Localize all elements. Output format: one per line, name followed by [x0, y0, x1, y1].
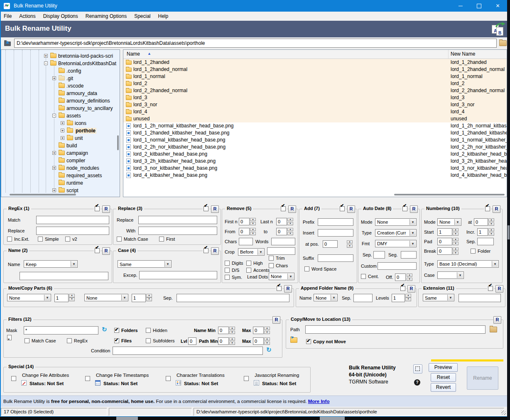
- compact-mode-button[interactable]: [413, 364, 422, 374]
- panel-replace-enabled-checkbox[interactable]: [203, 206, 209, 212]
- tree-node[interactable]: .vscode: [1, 82, 120, 90]
- table-row[interactable]: lord_1_2handedlord_1_2handed: [123, 59, 507, 66]
- remove-ds-checkbox[interactable]: D/S: [225, 268, 239, 273]
- remove-digits-checkbox[interactable]: Digits: [225, 261, 243, 266]
- move-copy-n1-spinner[interactable]: [69, 294, 75, 301]
- sort-ascending-icon[interactable]: ▲: [147, 51, 151, 56]
- table-row[interactable]: lord_1_normal_kitbasher_head_base.pnglor…: [123, 137, 507, 144]
- remove-high-checkbox[interactable]: High: [246, 261, 263, 266]
- menu-item-file[interactable]: File: [0, 13, 15, 19]
- rename-button[interactable]: Rename: [467, 366, 498, 390]
- tree-node[interactable]: +porthole: [1, 127, 120, 134]
- path-input[interactable]: [14, 39, 497, 48]
- panel-add-reset-button[interactable]: R: [347, 205, 355, 213]
- move-copy-part1-dropdown[interactable]: None: [7, 294, 51, 301]
- tree-expand-icon[interactable]: +: [52, 76, 56, 80]
- edge-scrollbar-thumb[interactable]: [508, 225, 510, 239]
- auto-date-cent-checkbox[interactable]: Cent.: [361, 274, 379, 279]
- panel-auto-date-reset-button[interactable]: R: [410, 205, 418, 213]
- regex-incext-checkbox[interactable]: Inc.Ext.: [7, 237, 29, 242]
- panel-remove-reset-button[interactable]: R: [288, 205, 296, 213]
- change-file-attributes-checkbox[interactable]: [11, 376, 16, 381]
- tree-vertical-scrollbar[interactable]: [117, 135, 119, 150]
- filters-subfolders-checkbox[interactable]: Subfolders: [146, 338, 175, 343]
- regex-v2-checkbox[interactable]: v2: [65, 237, 77, 242]
- remove-to-spinner[interactable]: [287, 228, 293, 235]
- table-row[interactable]: lord_4_kitbasher_head_base.pnglord_4_kit…: [123, 172, 507, 179]
- table-row[interactable]: lord_1_2handed_kitbasher_head_base.pnglo…: [123, 129, 507, 137]
- auto-date-sep-input[interactable]: [373, 251, 385, 259]
- resize-grip[interactable]: [501, 410, 506, 415]
- add-word-space-checkbox[interactable]: Word Space: [304, 266, 336, 271]
- add-at-pos-input[interactable]: [323, 240, 338, 248]
- table-row[interactable]: lord_3lord_3: [123, 94, 507, 101]
- panel-name-enabled-checkbox[interactable]: [94, 248, 101, 254]
- numbering-break-spinner[interactable]: [453, 247, 459, 255]
- panel-case-reset-button[interactable]: R: [211, 247, 219, 255]
- add-prefix-input[interactable]: [318, 218, 353, 226]
- revert-button[interactable]: Revert: [431, 383, 456, 392]
- tree-collapse-icon[interactable]: -: [44, 61, 48, 65]
- reset-button[interactable]: Reset: [431, 373, 456, 382]
- menu-item-display-options[interactable]: Display Options: [39, 13, 82, 19]
- filters-name-max-input[interactable]: [253, 327, 264, 334]
- numbering-pad-spinner[interactable]: [453, 238, 459, 245]
- panel-move-copy-parts-enabled-checkbox[interactable]: [276, 286, 282, 291]
- panel-auto-date-enabled-checkbox[interactable]: [402, 206, 408, 212]
- panel-case-enabled-checkbox[interactable]: [203, 248, 209, 254]
- replace-match-case-checkbox[interactable]: Match Case: [117, 237, 148, 242]
- tree-collapse-icon[interactable]: -: [52, 114, 56, 117]
- tree-node[interactable]: +script: [1, 187, 120, 194]
- tree-horizontal-scrollbar[interactable]: [10, 194, 76, 195]
- change-file-timestamps-checkbox[interactable]: [85, 376, 90, 381]
- add-at-pos-spinner[interactable]: [347, 240, 353, 248]
- tree-node[interactable]: +unit: [1, 134, 120, 142]
- panel-name-reset-button[interactable]: R: [102, 247, 110, 255]
- remove-lead-dots-dropdown[interactable]: None: [269, 273, 294, 280]
- tree-expand-icon[interactable]: +: [52, 166, 56, 170]
- tree-node[interactable]: +.git: [1, 75, 120, 82]
- numbering-at-input[interactable]: [474, 218, 488, 226]
- tree-expand-icon[interactable]: +: [52, 151, 56, 155]
- tree-node[interactable]: armoury_definitions: [1, 97, 120, 105]
- auto-date-seg-input[interactable]: [401, 251, 417, 259]
- replace-first-checkbox[interactable]: First: [159, 237, 175, 242]
- table-row[interactable]: lord_3_norlord_3_nor: [123, 101, 507, 108]
- remove-words-input[interactable]: [271, 238, 295, 245]
- panel-remove-enabled-checkbox[interactable]: [280, 206, 287, 212]
- auto-date-type-dropdown[interactable]: Creation (Curr: [375, 229, 417, 237]
- auto-date-mode-dropdown[interactable]: None: [375, 218, 417, 226]
- filters-folders-checkbox[interactable]: Folders: [114, 328, 138, 333]
- tree-node[interactable]: .config: [1, 67, 120, 75]
- filters-regex-checkbox[interactable]: RegEx: [67, 338, 88, 343]
- filters-hidden-checkbox[interactable]: Hidden: [146, 328, 167, 333]
- panel-move-copy-parts-reset-button[interactable]: R: [284, 285, 292, 293]
- copy-move-browse-folder-icon[interactable]: [490, 327, 497, 332]
- numbering-folder-checkbox[interactable]: Folder: [471, 249, 490, 254]
- refresh-icon[interactable]: ↻: [102, 326, 107, 333]
- case-mode-dropdown[interactable]: Same: [118, 260, 172, 268]
- remove-first-n-spinner[interactable]: [250, 218, 256, 225]
- filters-files-checkbox[interactable]: Files: [114, 338, 132, 343]
- numbering-start-input[interactable]: [437, 228, 452, 236]
- remove-from-spinner[interactable]: [250, 228, 256, 235]
- move-copy-sep-input[interactable]: [177, 294, 289, 302]
- column-header-name[interactable]: Name: [127, 51, 140, 57]
- regex-match-input[interactable]: [36, 216, 109, 224]
- auto-date-custom-input[interactable]: [378, 262, 417, 270]
- copy-not-move-checkbox[interactable]: Copy not Move: [306, 339, 346, 344]
- name-fixed-input[interactable]: [20, 272, 108, 280]
- append-folder-levels-input[interactable]: [392, 294, 405, 302]
- remove-crop-input[interactable]: [267, 247, 295, 255]
- filters-path-max-input[interactable]: [253, 337, 264, 345]
- tree-expand-icon[interactable]: +: [61, 121, 64, 125]
- panel-filters-reset-button[interactable]: R: [272, 316, 280, 324]
- name-mode-dropdown[interactable]: Keep: [24, 260, 78, 268]
- remove-crop-dropdown[interactable]: Before: [238, 248, 265, 256]
- table-row[interactable]: lord_3_nor_kitbasher_head_base.pnglord_3…: [123, 165, 507, 172]
- panel-extension-enabled-checkbox[interactable]: [487, 286, 494, 291]
- javascript-renaming-checkbox[interactable]: [244, 376, 249, 381]
- table-row[interactable]: lord_2_kitbasher_head_base.pnglord_2_kit…: [123, 151, 507, 158]
- numbering-sep-input[interactable]: [477, 238, 494, 245]
- extension-mode-dropdown[interactable]: Same: [423, 294, 454, 301]
